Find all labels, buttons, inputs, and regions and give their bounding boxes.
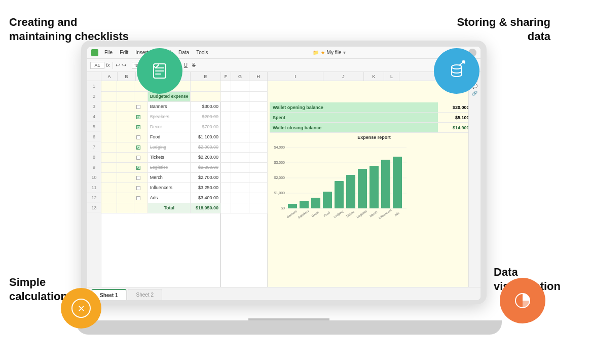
- table-row: ✓ Lodging $2,000.00: [101, 142, 221, 152]
- checkbox-lodging[interactable]: ✓: [136, 145, 140, 150]
- table-row: ✓ Decor $700.00: [101, 122, 221, 132]
- checklist-icon-circle: [137, 48, 182, 94]
- label-top-left: Creating and maintaining checklists: [9, 15, 129, 43]
- wallet-closing-row: Wallet closing balance $14,900.00: [270, 123, 478, 133]
- svg-text:Decor: Decor: [311, 210, 320, 217]
- table-row: Food $1,100.00: [101, 132, 221, 142]
- svg-text:Food: Food: [323, 211, 331, 217]
- table-row: ✓ Speakers $200.00: [101, 112, 221, 122]
- table-row: ✓ Logistics $2,200.00: [101, 162, 221, 172]
- star-icon: ★: [321, 50, 325, 55]
- row-numbers: 1 2 3 4 5 6 7 8 9 10 11 12 13: [87, 72, 101, 287]
- database-icon: [446, 60, 468, 82]
- app-logo: [91, 49, 98, 56]
- tab-sheet2[interactable]: Sheet 2: [128, 289, 162, 300]
- table-row: Influencers $3,250.00: [101, 183, 221, 193]
- calculator-icon: ✕: [71, 298, 91, 318]
- svg-text:$2,000: $2,000: [274, 176, 285, 179]
- wallet-opening-row: Wallet opening balance $20,000.00: [270, 102, 478, 113]
- svg-text:Ads: Ads: [394, 211, 400, 217]
- toolbar-separator-2: [129, 62, 129, 69]
- svg-text:Lodging: Lodging: [333, 210, 344, 219]
- budget-table: Budgeted expense Banners: [101, 81, 221, 213]
- svg-text:$3,000: $3,000: [274, 161, 285, 164]
- checkbox-tickets[interactable]: [136, 156, 140, 160]
- svg-rect-24: [346, 175, 355, 208]
- wallet-opening-label: Wallet opening balance: [270, 102, 438, 112]
- chart-title: Expense report: [271, 135, 477, 140]
- checklist-icon: [149, 60, 171, 82]
- checkbox-speakers[interactable]: ✓: [136, 115, 140, 119]
- svg-text:Speakers: Speakers: [298, 209, 310, 219]
- svg-rect-26: [370, 166, 379, 208]
- checkbox-influencers[interactable]: [136, 186, 140, 190]
- checkbox-food[interactable]: [136, 135, 140, 139]
- sheet-tabs: Sheet 1 Sheet 2: [87, 287, 481, 300]
- table-row: Tickets $2,200.00: [101, 152, 221, 162]
- svg-text:Tickets: Tickets: [345, 210, 355, 219]
- wallet-spent-row: Spent $5,100.00: [270, 113, 478, 123]
- checkbox-logistics[interactable]: ✓: [136, 166, 140, 170]
- total-row: Total $18,050.00: [101, 203, 221, 213]
- cell-reference[interactable]: A1: [90, 62, 104, 69]
- checkbox-merch[interactable]: [136, 176, 140, 180]
- right-panel: fx 💬 🔗: [468, 72, 481, 287]
- database-icon-circle: [434, 48, 479, 94]
- menu-file[interactable]: File: [101, 49, 116, 56]
- menu-tools[interactable]: Tools: [193, 49, 211, 56]
- svg-rect-22: [323, 192, 332, 208]
- svg-point-4: [452, 65, 462, 69]
- redo-icon[interactable]: ↪: [122, 62, 126, 68]
- svg-rect-19: [288, 204, 297, 208]
- svg-rect-23: [335, 181, 344, 208]
- table-row: Banners $300.00: [101, 101, 221, 112]
- menu-data[interactable]: Data: [175, 49, 192, 56]
- file-name: My file: [327, 50, 342, 55]
- svg-rect-27: [381, 160, 390, 208]
- svg-text:✕: ✕: [78, 304, 85, 314]
- svg-text:Banners: Banners: [286, 209, 298, 219]
- table-row: Ads $3,400.00: [101, 193, 221, 203]
- svg-text:Influencers: Influencers: [378, 208, 392, 220]
- label-top-right: Storing & sharing data: [457, 15, 550, 43]
- wallet-spent-label: Spent: [270, 113, 438, 122]
- checkbox-ads[interactable]: [136, 196, 140, 200]
- chart-area: Expense report $4,000 $3,000 $2,000 $1,0…: [268, 134, 481, 287]
- svg-text:$4,000: $4,000: [274, 145, 285, 149]
- svg-rect-20: [300, 201, 309, 208]
- svg-rect-28: [393, 157, 402, 208]
- toolbar-separator: [113, 62, 113, 69]
- pie-chart-icon-circle: [500, 278, 545, 323]
- table-row: Merch $2,700.00: [101, 172, 221, 183]
- underline-button[interactable]: U: [182, 62, 189, 68]
- undo-icon[interactable]: ↩: [116, 62, 120, 68]
- calculator-icon-circle: ✕: [61, 288, 101, 329]
- svg-rect-21: [311, 198, 320, 208]
- checkbox-banners[interactable]: [136, 105, 140, 109]
- svg-text:Merch: Merch: [369, 210, 378, 217]
- folder-icon: 📁: [313, 50, 319, 55]
- expense-chart: $4,000 $3,000 $2,000 $1,000 $0: [271, 141, 408, 223]
- sheet-content: A B C D E F G H I J K L: [101, 72, 481, 287]
- file-title: 📁 ★ My file ▾: [212, 50, 447, 55]
- fx-label: fx: [106, 62, 110, 68]
- svg-text:$0: $0: [281, 206, 285, 210]
- link-icon[interactable]: 🔗: [472, 91, 477, 96]
- checkbox-decor[interactable]: ✓: [136, 125, 140, 129]
- wallet-closing-label: Wallet closing balance: [270, 123, 438, 132]
- svg-rect-25: [358, 169, 367, 208]
- pie-chart-icon: [511, 289, 534, 312]
- strikethrough-button[interactable]: S: [191, 62, 197, 68]
- laptop-base: [76, 320, 502, 335]
- menu-edit[interactable]: Edit: [117, 49, 131, 56]
- svg-text:Logistics: Logistics: [356, 209, 368, 219]
- svg-text:$1,000: $1,000: [274, 191, 285, 195]
